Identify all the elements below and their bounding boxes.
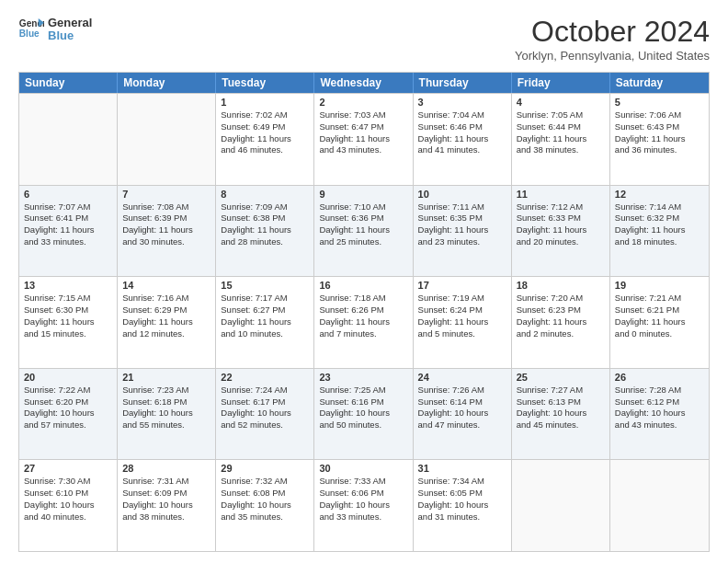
cal-cell-r0c1	[118, 94, 216, 185]
cell-line: Daylight: 10 hours	[221, 500, 309, 511]
cell-line: Sunrise: 7:03 AM	[319, 109, 407, 121]
cell-line: Sunset: 6:05 PM	[418, 488, 506, 500]
logo: General Blue General Blue	[18, 15, 92, 43]
cal-cell-r3c1: 21Sunrise: 7:23 AMSunset: 6:18 PMDayligh…	[118, 369, 216, 460]
cell-line: and 38 minutes.	[122, 511, 210, 523]
day-number: 8	[221, 189, 309, 200]
logo-icon: General Blue	[18, 16, 44, 41]
cell-line: and 40 minutes.	[24, 511, 112, 523]
cell-line: Sunrise: 7:19 AM	[418, 293, 506, 304]
cal-cell-r1c4: 10Sunrise: 7:11 AMSunset: 6:35 PMDayligh…	[414, 186, 512, 277]
cal-cell-r4c0: 27Sunrise: 7:30 AMSunset: 6:10 PMDayligh…	[19, 460, 118, 551]
header-day-monday: Monday	[118, 73, 216, 93]
cell-line: Sunrise: 7:21 AM	[615, 293, 704, 304]
cal-cell-r4c4: 31Sunrise: 7:34 AMSunset: 6:05 PMDayligh…	[414, 460, 512, 551]
day-number: 2	[319, 97, 407, 108]
header-day-sunday: Sunday	[19, 73, 118, 93]
cell-line: Sunset: 6:43 PM	[615, 121, 704, 133]
cell-line: Sunset: 6:29 PM	[122, 304, 210, 316]
cell-line: Sunset: 6:14 PM	[418, 396, 506, 408]
cell-line: Sunrise: 7:18 AM	[319, 293, 407, 304]
cell-line: Sunrise: 7:22 AM	[24, 385, 112, 396]
cell-line: Daylight: 11 hours	[319, 316, 407, 328]
cal-cell-r4c3: 30Sunrise: 7:33 AMSunset: 6:06 PMDayligh…	[314, 460, 413, 551]
day-number: 27	[24, 463, 112, 474]
cell-line: Sunset: 6:08 PM	[221, 488, 309, 500]
day-number: 16	[319, 280, 407, 291]
cell-line: and 20 minutes.	[517, 236, 605, 248]
day-number: 19	[615, 280, 704, 291]
day-number: 22	[221, 372, 309, 383]
cell-line: and 50 minutes.	[319, 419, 407, 431]
calendar-row-3: 20Sunrise: 7:22 AMSunset: 6:20 PMDayligh…	[19, 368, 709, 460]
header: General Blue General Blue October 2024 Y…	[18, 15, 710, 63]
cell-line: Sunrise: 7:02 AM	[221, 109, 309, 121]
cell-line: Daylight: 10 hours	[122, 500, 210, 511]
cell-line: Sunrise: 7:09 AM	[221, 201, 309, 213]
cell-line: Daylight: 11 hours	[319, 224, 407, 236]
cell-line: Daylight: 11 hours	[418, 224, 506, 236]
cal-cell-r2c1: 14Sunrise: 7:16 AMSunset: 6:29 PMDayligh…	[118, 277, 216, 368]
cal-cell-r0c4: 3Sunrise: 7:04 AMSunset: 6:46 PMDaylight…	[414, 94, 512, 185]
cell-line: Sunrise: 7:32 AM	[221, 476, 309, 488]
cell-line: Sunrise: 7:10 AM	[319, 201, 407, 213]
day-number: 1	[221, 97, 309, 108]
cal-cell-r4c2: 29Sunrise: 7:32 AMSunset: 6:08 PMDayligh…	[216, 460, 314, 551]
cell-line: and 36 minutes.	[615, 144, 704, 156]
cal-cell-r0c6: 5Sunrise: 7:06 AMSunset: 6:43 PMDaylight…	[610, 94, 709, 185]
cell-line: Daylight: 11 hours	[517, 133, 605, 145]
cell-line: Sunrise: 7:26 AM	[418, 385, 506, 396]
cal-cell-r0c5: 4Sunrise: 7:05 AMSunset: 6:44 PMDaylight…	[512, 94, 610, 185]
cell-line: Sunset: 6:33 PM	[517, 213, 605, 224]
cell-line: Daylight: 11 hours	[517, 224, 605, 236]
cell-line: Daylight: 11 hours	[122, 316, 210, 328]
cal-cell-r3c2: 22Sunrise: 7:24 AMSunset: 6:17 PMDayligh…	[216, 369, 314, 460]
cell-line: Sunrise: 7:34 AM	[418, 476, 506, 488]
location: Yorklyn, Pennsylvania, United States	[515, 49, 710, 63]
cell-line: and 25 minutes.	[319, 236, 407, 248]
calendar-header: SundayMondayTuesdayWednesdayThursdayFrid…	[19, 73, 709, 93]
cal-cell-r2c5: 18Sunrise: 7:20 AMSunset: 6:23 PMDayligh…	[512, 277, 610, 368]
cell-line: and 55 minutes.	[122, 419, 210, 431]
cell-line: Daylight: 10 hours	[319, 500, 407, 511]
cal-cell-r1c6: 12Sunrise: 7:14 AMSunset: 6:32 PMDayligh…	[610, 186, 709, 277]
cell-line: Sunrise: 7:15 AM	[24, 293, 112, 304]
cell-line: Daylight: 10 hours	[517, 408, 605, 419]
cell-line: and 47 minutes.	[418, 419, 506, 431]
cell-line: Sunrise: 7:08 AM	[122, 201, 210, 213]
day-number: 24	[418, 372, 506, 383]
day-number: 31	[418, 463, 506, 474]
cell-line: and 33 minutes.	[24, 236, 112, 248]
day-number: 18	[517, 280, 605, 291]
cell-line: Sunrise: 7:33 AM	[319, 476, 407, 488]
day-number: 5	[615, 97, 704, 108]
header-day-saturday: Saturday	[610, 73, 709, 93]
cell-line: Sunrise: 7:12 AM	[517, 201, 605, 213]
cal-cell-r1c3: 9Sunrise: 7:10 AMSunset: 6:36 PMDaylight…	[314, 186, 413, 277]
cell-line: Daylight: 11 hours	[221, 224, 309, 236]
logo-text-general: General	[48, 17, 92, 29]
page: General Blue General Blue October 2024 Y…	[0, 0, 728, 563]
calendar-row-0: 1Sunrise: 7:02 AMSunset: 6:49 PMDaylight…	[19, 93, 709, 185]
cal-cell-r3c4: 24Sunrise: 7:26 AMSunset: 6:14 PMDayligh…	[414, 369, 512, 460]
cell-line: and 10 minutes.	[221, 328, 309, 340]
calendar-row-4: 27Sunrise: 7:30 AMSunset: 6:10 PMDayligh…	[19, 459, 709, 551]
day-number: 12	[615, 189, 704, 200]
cell-line: Sunset: 6:44 PM	[517, 121, 605, 133]
cell-line: Sunset: 6:13 PM	[517, 396, 605, 408]
cell-line: Sunrise: 7:16 AM	[122, 293, 210, 304]
cell-line: and 31 minutes.	[418, 511, 506, 523]
cell-line: and 15 minutes.	[24, 328, 112, 340]
day-number: 26	[615, 372, 704, 383]
day-number: 23	[319, 372, 407, 383]
cell-line: Sunset: 6:26 PM	[319, 304, 407, 316]
cell-line: and 41 minutes.	[418, 144, 506, 156]
cell-line: and 30 minutes.	[122, 236, 210, 248]
calendar-row-2: 13Sunrise: 7:15 AMSunset: 6:30 PMDayligh…	[19, 276, 709, 368]
day-number: 9	[319, 189, 407, 200]
cell-line: Daylight: 10 hours	[615, 408, 704, 419]
cell-line: Sunrise: 7:11 AM	[418, 201, 506, 213]
calendar-body: 1Sunrise: 7:02 AMSunset: 6:49 PMDaylight…	[19, 93, 709, 551]
cell-line: Sunset: 6:06 PM	[319, 488, 407, 500]
cell-line: Daylight: 11 hours	[122, 224, 210, 236]
